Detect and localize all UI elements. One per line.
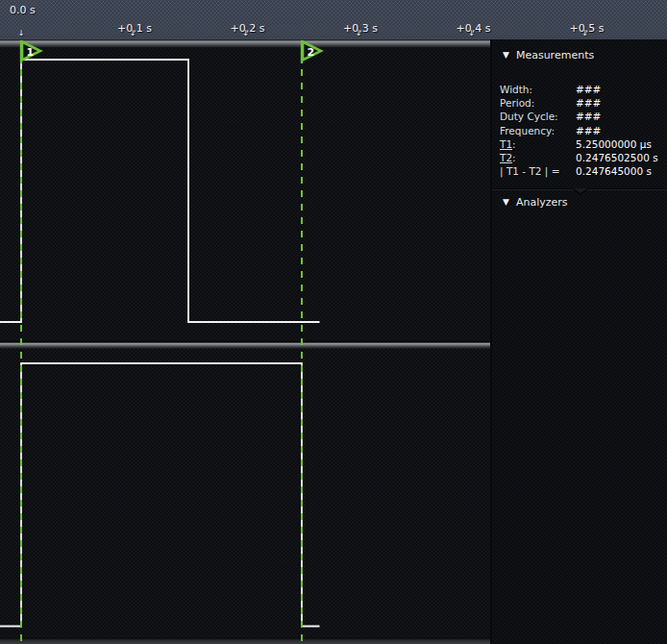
measurement-value: ### (576, 83, 601, 96)
measurement-rows: Width:###Period:###Duty Cycle:###Frequen… (498, 83, 667, 178)
measurement-label-text: Duty Cycle: (500, 111, 558, 122)
measurement-value: 0.2476502500 s (576, 151, 658, 164)
marker-number: 1 (27, 46, 35, 59)
measurement-label-text: : (512, 138, 516, 150)
collapse-triangle-icon: ▼ (503, 51, 509, 60)
measurement-label-text: Width: (500, 84, 532, 95)
measurement-row: T2:0.2476502500 s (498, 151, 667, 164)
measurement-label: Duty Cycle: (500, 110, 558, 123)
measurement-value: ### (576, 124, 601, 137)
measurement-value: ### (576, 110, 601, 123)
measurement-label: Period: (500, 96, 534, 110)
channel-divider-bottom[interactable] (0, 637, 490, 644)
measurement-label-text: : (512, 152, 516, 163)
timing-marker-2-line[interactable] (301, 42, 303, 644)
measurement-label: | T1 - T2 | = (500, 164, 560, 178)
measurement-row: Duty Cycle:### (498, 110, 667, 123)
measurement-label[interactable]: T2: (500, 151, 516, 164)
timing-marker-1-line[interactable] (20, 42, 22, 644)
measurement-value: ### (576, 96, 601, 110)
section-splitter[interactable] (492, 188, 667, 189)
down-arrow-icon: ↓ (356, 30, 362, 37)
down-arrow-icon: ↓ (242, 30, 249, 37)
collapse-triangle-icon: ▼ (503, 198, 509, 207)
measurement-label: Frequency: (500, 124, 555, 137)
analyzers-section-header[interactable]: ▼ Analyzers (503, 196, 568, 209)
measurement-label-text: Period: (500, 97, 534, 109)
measurement-marker-link[interactable]: T1 (500, 138, 512, 150)
measurement-row: | T1 - T2 | =0.247645000 s (498, 164, 667, 178)
measurement-row: Frequency:### (498, 124, 667, 137)
measurements-title: Measurements (516, 49, 594, 62)
timing-marker-2-flag[interactable]: 2 (300, 38, 329, 63)
timeline-origin-label: 0.0 s (10, 4, 36, 16)
measurement-label: Width: (500, 83, 532, 96)
measurement-label-text: Frequency: (500, 125, 555, 136)
down-arrow-icon: ↓ (468, 30, 475, 37)
measurement-value: 0.247645000 s (576, 164, 652, 178)
down-arrow-icon: ↓ (18, 30, 25, 37)
measurement-label-text: | T1 - T2 | = (500, 165, 560, 177)
channel-divider[interactable] (0, 341, 490, 349)
measurement-value: 5.25000000 µs (576, 137, 652, 151)
timeline-ruler[interactable]: 0.0 s +0,1 s↓+0,2 s↓+0,3 s↓+0,4 s↓+0,5 s… (0, 0, 667, 39)
splitter-notch-icon (574, 188, 587, 193)
measurement-row: Width:### (498, 83, 667, 96)
measurement-label[interactable]: T1: (500, 137, 516, 151)
logic-analyzer-window: 0.0 s +0,1 s↓+0,2 s↓+0,3 s↓+0,4 s↓+0,5 s… (0, 0, 667, 644)
measurements-section-header[interactable]: ▼ Measurements (503, 49, 594, 62)
measurement-row: Period:### (498, 96, 667, 110)
measurements-panel: ▼ Measurements Width:###Period:###Duty C… (490, 39, 667, 644)
down-arrow-icon: ↓ (130, 30, 136, 37)
measurement-marker-link[interactable]: T2 (500, 152, 512, 163)
marker-number: 2 (308, 46, 315, 59)
timing-marker-1-flag[interactable]: 1 (19, 38, 48, 63)
measurement-row: T1:5.25000000 µs (498, 137, 667, 151)
down-arrow-icon: ↓ (581, 30, 588, 37)
analyzers-title: Analyzers (516, 196, 568, 209)
